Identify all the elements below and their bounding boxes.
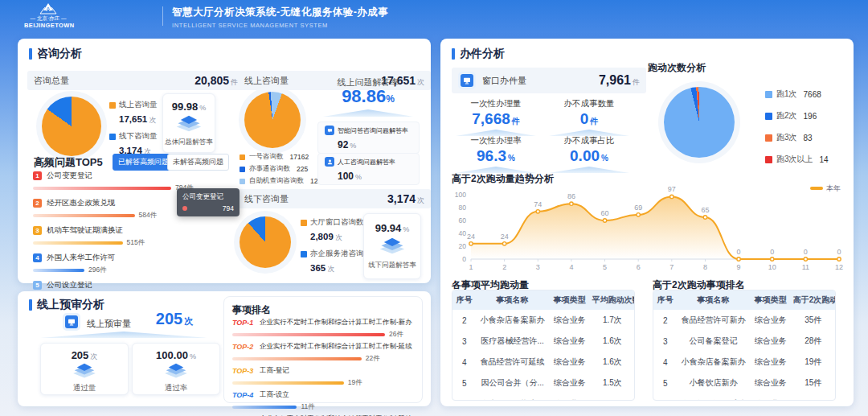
table-cell: 综合业务 [549,373,591,393]
bar-item: 4外国人来华工作许可296件 [33,253,229,275]
bar[interactable] [232,333,385,336]
bar-item: TOP-3工商-登记19件 [232,366,416,388]
offline-consult-strip: 线下咨询量 3,174次 [238,189,431,208]
table-cell: 因公司合并（分... [476,373,548,393]
online-consult-label: 线上咨询量 [244,75,289,87]
bar[interactable] [33,241,123,245]
pass-count-card: 205次 通过量 [40,343,129,395]
svg-text:60: 60 [459,216,467,224]
run-analysis-title: 跑动次数分析 [648,61,706,75]
svg-text:1: 1 [469,263,473,271]
table-row: 6在京单位通勤班...综合业务1.5次 [452,393,634,401]
table-cell: 4 [653,352,677,373]
bar[interactable] [232,381,344,385]
pass-count-label: 通过量 [41,383,128,393]
table-row: 3医疗器械经营许...综合业务1.6次 [452,331,634,352]
legend-item[interactable]: 跑3次83 [765,132,845,143]
legend-label: 线上咨询量 [119,100,158,110]
legend-item[interactable]: 跑1次7668 [765,89,845,100]
table-row: 2食品经营许可新办综合业务35件 [653,310,835,331]
answered-questions-button[interactable]: 已解答高频问题 [113,154,174,171]
table-cell: 小餐饮店新办 [677,373,749,393]
table-header-cell: 序号 [653,290,677,310]
legend-item[interactable]: 跑2次196 [765,110,845,122]
title-accent [29,48,32,60]
stat-fail-count: 办不成事数量 0件 [545,98,633,136]
table-cell: 3 [653,331,677,352]
unanswered-questions-button[interactable]: 未解答高频问题 [167,154,229,171]
legend-label: 跑1次 [776,89,797,100]
bar[interactable] [232,406,297,409]
avg-run-table: 序号事项名称事项类型平均跑动次数2小食杂店备案新办综合业务1.7次3医疗器械经营… [452,290,635,401]
online-channel-pie[interactable] [244,92,301,148]
legend-item[interactable]: 跑3次以上14 [765,154,845,165]
trend-chart[interactable]: 0204060801001234567891011122424748660699… [447,182,845,275]
table-cell: 2 [653,310,677,331]
table-header-cell: 事项名称 [476,290,548,310]
table-cell: 小食杂店备案新办 [476,310,548,331]
svg-text:本年: 本年 [826,184,841,192]
legend-value: 7668 [804,90,821,99]
svg-text:2: 2 [502,263,506,271]
table-header-cell: 序号 [452,290,476,310]
window-volume-label: 窗口办件量 [482,75,526,87]
table-cell: 在京单位通勤班... [476,393,548,401]
svg-text:4: 4 [569,263,573,271]
legend-item[interactable]: 亦企服务港咨询365 次 [301,249,365,274]
legend-swatch [240,179,245,184]
bar-item: 3机动车驾驶证期满换证515件 [33,225,229,248]
table-cell: 2 [452,310,476,331]
app-header: — 北京·亦庄 — BEIJINGETOWN 智慧大厅分析决策系统-无缝化服务体… [0,0,868,32]
table-row: 4小食杂店备案新办综合业务19件 [653,352,835,373]
legend-value: 225 [297,165,308,173]
table-header-row: 序号事项名称事项类型平均跑动次数 [452,290,634,310]
data-table: 序号事项名称事项类型高于2次跑动次数2食品经营许可新办综合业务35件3公司备案登… [653,290,835,401]
panel-handling: 办件分析 窗口办件量 7,961件 一次性办理量 7,668件 办不成事数量 0… [440,39,854,406]
table-cell: 1.5次 [591,393,634,401]
offline-channel-pie[interactable] [240,216,291,268]
chart-tooltip: 公司变更登记 794 [177,188,240,216]
bar-value: 584件 [139,211,158,220]
table-cell: 综合业务 [750,352,792,373]
svg-text:60: 60 [601,209,609,217]
tooltip-title: 公司变更登记 [182,192,234,202]
legend-swatch [240,154,245,160]
table-cell: 公司备案登记 [677,331,749,352]
preaudit-banner-value: 205次 [138,310,211,328]
table-cell: 综合业务 [549,310,591,331]
bar[interactable] [33,269,84,272]
svg-text:3: 3 [536,263,540,271]
window-icon-ring [458,72,476,89]
layers-diamond-icon [69,363,100,379]
pass-rate-label: 通过率 [133,383,219,393]
table-cell: 综合业务 [750,373,792,393]
bar[interactable] [33,214,135,217]
legend-label: 亦企服务港咨询 [310,249,364,259]
panel-consult-analysis: 咨询分析 咨询总量 20,805件 线上咨询量17,651 次线下咨询量3,17… [18,39,431,283]
legend-label: 大厅窗口咨询数 [310,217,364,228]
consult-total-pie[interactable] [42,97,101,156]
table-cell: 5 [452,373,476,393]
overall-rate-value: 99.98 [172,101,199,113]
legend-swatch [765,156,772,163]
table-cell: 食品经营许可延续 [476,352,548,373]
table-row: 5因公司合并（分...综合业务1.5次 [452,373,634,393]
bar[interactable] [232,357,362,360]
title-accent [452,48,455,60]
offline-rate-card: 99.94% 线下问题解答率 [363,213,421,279]
rank-label: TOP-3 [232,367,260,375]
legend-value: 17162 [290,153,309,161]
legend-swatch [109,134,116,140]
legend-value: 17,651 [119,114,147,124]
svg-text:40: 40 [459,229,467,237]
svg-text:0: 0 [804,248,808,256]
bar-label: 经开区惠企政策兑现 [47,198,116,208]
legend-item[interactable]: 大厅窗口咨询数2,809 次 [301,217,365,243]
bar-label: 工商-登记 [260,366,289,376]
svg-text:7: 7 [669,263,674,271]
bar[interactable] [33,187,171,190]
svg-text:86: 86 [567,192,575,200]
run-count-pie[interactable] [664,87,735,158]
logo: — 北京·亦庄 — BEIJINGETOWN [24,2,72,29]
layers-diamond-icon [173,115,205,133]
